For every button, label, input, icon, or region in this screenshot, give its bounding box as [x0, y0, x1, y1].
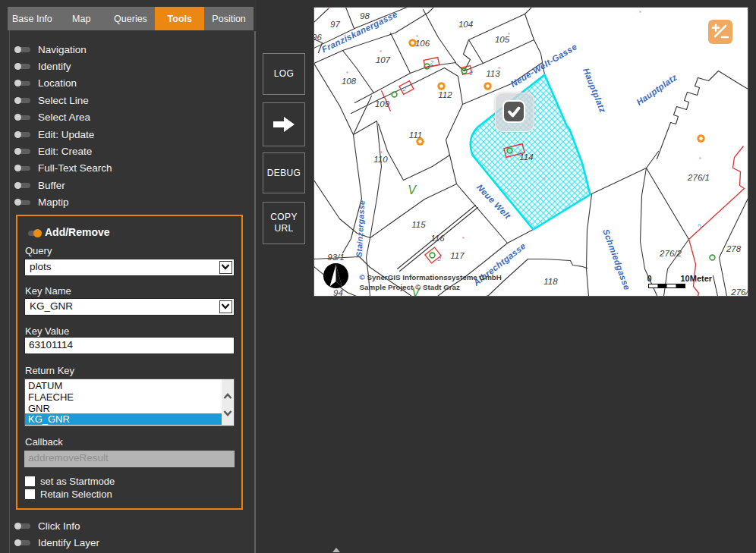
query-select-chevron[interactable] [219, 261, 232, 274]
tool-maptip[interactable]: Maptip [14, 194, 257, 211]
returnkey-option-gnr[interactable]: GNR [25, 403, 222, 414]
toggle-off-icon[interactable] [14, 45, 38, 54]
svg-text:Sample Project © Stadt Graz: Sample Project © Stadt Graz [360, 283, 461, 291]
tool-full-text-search[interactable]: Full-Text Search [14, 160, 257, 177]
street-label: Stainzergasse [354, 200, 367, 257]
parcel-label: 115 [411, 220, 426, 229]
tool-label: Identify [38, 61, 71, 72]
parcel-label: 276/1 [687, 173, 710, 182]
vegetation-label: V [408, 184, 417, 196]
checkbox-row-retain-selection[interactable]: Retain Selection [25, 489, 112, 499]
toggle-off-icon[interactable] [14, 113, 38, 122]
tab-base-info[interactable]: Base Info [8, 7, 57, 30]
tab-map[interactable]: Map [57, 7, 106, 30]
point-marker [462, 237, 464, 238]
toggle-off-icon[interactable] [14, 146, 38, 156]
green-circle-marker [430, 253, 435, 258]
point-marker [498, 67, 499, 68]
tab-position[interactable]: Position [204, 7, 254, 30]
street-label: Schmiedgasse [601, 228, 632, 291]
parcel-label: 112 [438, 90, 452, 99]
keyvalue-input[interactable]: 63101114 [24, 337, 235, 354]
cursor-caret [332, 548, 340, 552]
compass-icon [323, 263, 348, 288]
parcel-label: 113 [486, 69, 500, 78]
tab-tools[interactable]: Tools [155, 7, 204, 30]
tool-label: Click Info [38, 520, 80, 532]
point-marker [380, 50, 381, 52]
checkbox-row-set-as-startmode[interactable]: set as Startmode [25, 476, 115, 486]
tool-buffer[interactable]: Buffer [14, 177, 257, 193]
returnkey-option-flaeche[interactable]: FLAECHE [25, 391, 222, 403]
tool-identify-layer[interactable]: Identify Layer [14, 534, 257, 551]
parcel-label: 98 [360, 11, 370, 20]
query-select[interactable]: plots [24, 259, 235, 276]
add-remove-tool-icon[interactable] [708, 20, 732, 44]
parcel-label: 116 [430, 234, 445, 243]
tool-select-area[interactable]: Select Area [14, 109, 257, 126]
house-number-label: 2 [469, 70, 474, 77]
street-label: Hauptplatz [581, 67, 607, 114]
tab-bar: Base InfoMapQueriesToolsPosition [8, 7, 254, 30]
checkbox-icon[interactable] [25, 489, 35, 499]
tool-label: Navigation [38, 44, 87, 55]
toggle-off-icon[interactable] [14, 521, 38, 530]
callback-label: Callback [25, 436, 63, 448]
tool-identify[interactable]: Identify [14, 58, 257, 74]
tool-edit-create[interactable]: Edit: Create [14, 143, 257, 159]
keyname-select-value: KG_GNR [30, 300, 73, 312]
keyname-select[interactable]: KG_GNR [24, 298, 235, 316]
scroll-up-icon[interactable] [223, 393, 232, 400]
arrow-right-icon [272, 116, 295, 133]
parcel-label: 118 [543, 277, 558, 286]
checkbox-icon[interactable] [25, 476, 35, 486]
returnkey-scrollbar[interactable] [222, 379, 234, 426]
parcel-label: 107 [376, 55, 391, 64]
tool-label: Location [38, 77, 77, 89]
tool-label: Buffer [38, 180, 65, 191]
parcel-label: 108 [342, 77, 357, 86]
returnkey-option-kg_gnr[interactable]: KG_GNR [25, 413, 222, 425]
addremove-group: Add/Remove Query plots Key Name KG_GNR K… [16, 215, 243, 510]
toggle-off-icon[interactable] [14, 79, 38, 88]
confirm-selection-button[interactable] [495, 93, 534, 132]
tool-label: Edit: Update [38, 129, 94, 140]
parcel-label: 97 [330, 20, 340, 29]
tool-select-line[interactable]: Select Line [14, 92, 257, 108]
tool-location[interactable]: Location [14, 75, 257, 92]
toggle-off-icon[interactable] [14, 538, 38, 547]
toggle-off-icon[interactable] [14, 198, 38, 207]
query-label: Query [25, 245, 52, 256]
log-button[interactable]: LOG [263, 53, 305, 95]
returnkey-option-datum[interactable]: DATUM [25, 380, 222, 391]
map-view[interactable]: FranziskanergasseNeue-Welt-GasseHauptpla… [313, 7, 748, 297]
tool-label: Edit: Create [38, 146, 92, 157]
returnkey-label: Return Key [25, 365, 74, 376]
keyname-select-chevron[interactable] [219, 300, 232, 313]
point-marker [416, 35, 417, 36]
house-number-label: 2 [437, 256, 442, 262]
parcel-label: 276/2 [659, 249, 682, 258]
copy-url-button[interactable]: COPY URL [263, 202, 305, 244]
toggle-off-icon[interactable] [14, 130, 38, 139]
toggle-off-icon[interactable] [14, 181, 38, 190]
tab-queries[interactable]: Queries [106, 7, 156, 30]
map-canvas: FranziskanergasseNeue-Welt-GasseHauptpla… [314, 8, 748, 296]
next-button[interactable] [263, 102, 305, 146]
checkmark-icon [504, 102, 524, 121]
callback-input[interactable]: addremoveResult [24, 451, 235, 467]
scroll-down-icon[interactable] [223, 410, 232, 416]
point-marker [699, 157, 701, 159]
returnkey-listbox[interactable]: DATUMFLAECHEGNRKG_GNR [24, 379, 235, 426]
tool-click-info[interactable]: Click Info [14, 517, 257, 534]
toggle-off-icon[interactable] [14, 164, 38, 173]
tool-navigation[interactable]: Navigation [14, 41, 257, 58]
toggle-off-icon[interactable] [14, 61, 38, 71]
toggle-off-icon[interactable] [14, 96, 38, 105]
tool-edit-update[interactable]: Edit: Update [14, 126, 257, 143]
green-circle-marker [710, 255, 715, 260]
point-marker [346, 71, 348, 73]
tool-label: Identify Layer [38, 537, 99, 548]
debug-button[interactable]: DEBUG [263, 152, 305, 193]
red-rect-marker [399, 81, 414, 95]
